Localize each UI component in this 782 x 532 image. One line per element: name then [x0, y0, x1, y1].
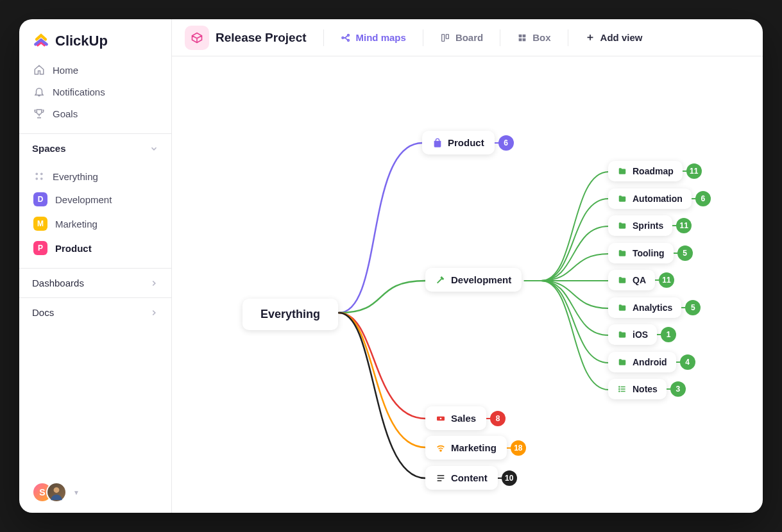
count-badge: 11 [659, 272, 674, 288]
spaces-header[interactable]: Spaces [19, 133, 171, 163]
project-title: Release Project [216, 31, 307, 45]
node-label: Product [448, 137, 484, 148]
mindmap-node-development[interactable]: Development [425, 268, 522, 292]
mindmap-root-node[interactable]: Everything [242, 299, 338, 330]
mindmap-child-node[interactable]: QA11 [608, 270, 655, 290]
mindmap-child-node[interactable]: Sprints11 [608, 215, 672, 236]
nav-label: Notifications [53, 87, 105, 97]
folder-icon [617, 329, 627, 340]
view-tab-board[interactable]: Board [432, 28, 491, 47]
svg-rect-13 [523, 38, 526, 41]
node-label: Content [451, 472, 488, 483]
spaces-list: Everything D Development M Marketing P P… [19, 163, 171, 268]
view-label: Board [455, 32, 483, 43]
view-tab-box[interactable]: Box [509, 28, 558, 47]
svg-rect-10 [519, 34, 522, 37]
svg-point-18 [619, 388, 620, 389]
add-view-button[interactable]: ＋ Add view [577, 27, 650, 48]
space-development[interactable]: D Development [27, 187, 164, 212]
node-label: QA [633, 275, 646, 285]
divider [423, 29, 423, 46]
mindmap-icon [341, 33, 351, 43]
node-label: Tooling [633, 248, 665, 258]
svg-point-7 [347, 39, 349, 41]
count-badge: 4 [680, 354, 695, 370]
clickup-logo-icon [32, 32, 50, 50]
svg-point-19 [619, 391, 620, 392]
trophy-icon [33, 108, 45, 119]
grid-icon [33, 170, 45, 182]
space-badge: P [33, 241, 47, 255]
logo[interactable]: ClickUp [19, 19, 171, 59]
node-label: Sprints [633, 220, 663, 231]
divider [323, 29, 324, 46]
sidebar-row-label: Docs [32, 307, 54, 318]
project-icon [185, 26, 209, 50]
svg-point-3 [40, 178, 43, 180]
nav-goals[interactable]: Goals [27, 103, 164, 124]
chevron-right-icon [149, 279, 158, 288]
view-label: Box [532, 32, 550, 43]
caret-down-icon[interactable]: ▼ [73, 489, 80, 496]
node-label: Sales [451, 413, 476, 424]
mindmap-child-node[interactable]: Android4 [608, 352, 676, 372]
wifi-icon [436, 443, 446, 453]
mindmap-child-node[interactable]: Roadmap11 [608, 161, 683, 181]
mindmap-child-node[interactable]: Tooling5 [608, 243, 674, 263]
node-label: Automation [633, 194, 683, 204]
nav-primary: Home Notifications Goals [19, 59, 171, 133]
svg-rect-9 [446, 34, 448, 38]
space-label: Development [55, 194, 112, 205]
svg-point-5 [342, 37, 344, 38]
text-icon [436, 473, 446, 483]
view-tab-mindmaps[interactable]: Mind maps [333, 28, 414, 47]
count-badge: 8 [490, 411, 506, 426]
nav-label: Home [53, 65, 78, 76]
folder-icon [617, 303, 627, 313]
node-label: Development [451, 274, 511, 285]
mindmap-child-node[interactable]: Analytics5 [608, 297, 681, 318]
node-label: Analytics [633, 303, 672, 313]
spaces-header-label: Spaces [32, 143, 66, 154]
divider [500, 29, 500, 46]
mindmap-canvas[interactable]: Everything Product 6 Development [172, 56, 763, 513]
brand-name: ClickUp [55, 33, 108, 49]
mindmap-node-product[interactable]: Product 6 [422, 131, 495, 154]
chevron-down-icon [149, 144, 158, 153]
sidebar-docs[interactable]: Docs [19, 297, 171, 327]
sidebar-dashboards[interactable]: Dashboards [19, 268, 171, 297]
node-label: Roadmap [633, 166, 674, 176]
avatar-stack[interactable]: S [32, 482, 67, 503]
mindmap-child-node[interactable]: iOS1 [608, 324, 657, 345]
svg-point-4 [54, 487, 60, 493]
mindmap-node-content[interactable]: Content 10 [425, 466, 498, 490]
topbar: Release Project Mind maps Board Box ＋ Ad… [172, 19, 763, 56]
svg-point-6 [347, 34, 349, 36]
svg-rect-8 [442, 34, 445, 41]
nav-notifications[interactable]: Notifications [27, 81, 164, 103]
folder-icon [617, 248, 627, 258]
space-everything[interactable]: Everything [27, 165, 164, 187]
space-marketing[interactable]: M Marketing [27, 212, 164, 236]
board-icon [440, 33, 450, 43]
count-badge: 3 [670, 381, 686, 397]
count-badge: 5 [677, 245, 693, 261]
avatar [46, 482, 67, 503]
svg-rect-12 [519, 38, 522, 41]
svg-rect-11 [523, 34, 526, 37]
svg-point-0 [35, 172, 38, 175]
mindmap-child-node[interactable]: Notes3 [608, 379, 667, 399]
nav-home[interactable]: Home [27, 59, 164, 81]
space-product[interactable]: P Product [27, 236, 164, 260]
mindmap-child-node[interactable]: Automation6 [608, 188, 692, 209]
node-label: Everything [260, 308, 320, 321]
nav-label: Goals [53, 108, 78, 119]
divider [568, 29, 568, 46]
ticket-icon [436, 413, 446, 424]
mindmap-node-sales[interactable]: Sales 8 [425, 406, 486, 430]
count-badge: 11 [686, 163, 702, 179]
app-window: ClickUp Home Notifications Goals Spaces [19, 19, 763, 513]
svg-point-2 [35, 178, 38, 180]
mindmap-node-marketing[interactable]: Marketing 18 [425, 436, 507, 460]
sidebar: ClickUp Home Notifications Goals Spaces [19, 19, 172, 513]
